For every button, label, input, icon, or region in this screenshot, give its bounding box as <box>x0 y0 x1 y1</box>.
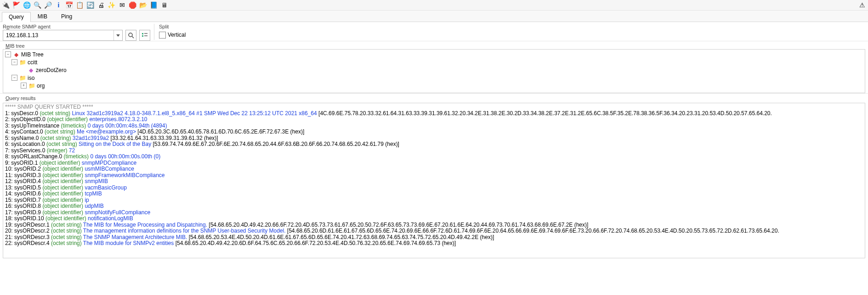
refresh-icon[interactable]: 🔄 <box>86 1 94 9</box>
result-line[interactable]: 20: sysORDescr.2 (octet string) The mana… <box>5 228 863 234</box>
remote-agent-combo[interactable] <box>3 30 123 41</box>
remote-agent-group: Remote SNMP agent <box>3 24 150 41</box>
result-line[interactable]: 4: sysContact.0 (octet string) Me <me@ex… <box>5 129 863 135</box>
wand-icon[interactable]: ✨ <box>108 1 115 9</box>
result-line[interactable]: 1: sysDescr.0 (octet string) Linux 32ad1… <box>5 111 863 117</box>
tab-row: QueryMIBPing <box>0 11 868 22</box>
result-line[interactable]: 8: sysORLastChange.0 (timeticks) 0 days … <box>5 154 863 160</box>
folder-icon: 📁 <box>19 59 26 66</box>
result-line[interactable]: 17: sysORID.9 (object identifier) snmpNo… <box>5 210 863 216</box>
svg-rect-5 <box>144 35 148 36</box>
mail-icon[interactable]: ✉ <box>118 1 126 9</box>
magnify-icon[interactable]: 🔎 <box>44 1 52 9</box>
vertical-label: Vertical <box>168 32 186 38</box>
folder-icon: 📁 <box>19 75 26 81</box>
tree-root-label: MIB Tree <box>21 51 44 58</box>
result-line[interactable]: 21: sysORDescr.3 (octet string) The SNMP… <box>5 234 863 241</box>
result-line[interactable]: 5: sysName.0 (octet string) 32ad1c3919a2… <box>5 135 863 142</box>
agent-split-row: Remote SNMP agent Split Ve <box>0 22 868 41</box>
warning-icon[interactable]: ⚠ <box>858 1 866 9</box>
zoom-icon[interactable]: 🔍 <box>34 1 41 9</box>
expand-toggle[interactable]: − <box>5 51 11 57</box>
remote-agent-input[interactable] <box>3 31 113 40</box>
list-icon[interactable]: 📋 <box>76 1 84 9</box>
tree-root-icon: ◆ <box>12 51 20 58</box>
result-line[interactable]: 13: sysORID.5 (object identifier) vacmBa… <box>5 185 863 191</box>
tree-node-label: org <box>37 83 45 89</box>
tree-node-label: iso <box>28 75 34 81</box>
folder-icon: 📁 <box>28 83 35 89</box>
folder-icon[interactable]: 📂 <box>139 1 147 9</box>
query-results[interactable]: ***** SNMP QUERY STARTED ***** 1: sysDes… <box>3 103 865 258</box>
main-toolbar: 🔌 🚩 🌐 🔍 🔎 i 📅 📋 🔄 🖨 ✨ ✉ 🛑 📂 📘 🖥 ⚠ <box>0 0 868 11</box>
result-line[interactable]: 16: sysORID.8 (object identifier) udpMIB <box>5 203 863 210</box>
tab-ping[interactable]: Ping <box>54 11 79 22</box>
globe-icon[interactable]: 🌐 <box>23 1 31 9</box>
split-label: Split <box>159 24 186 30</box>
print-icon[interactable]: 🖨 <box>97 1 105 9</box>
expand-toggle[interactable]: − <box>11 75 17 81</box>
expand-toggle[interactable]: − <box>11 59 17 65</box>
tab-query[interactable]: Query <box>2 12 31 22</box>
tree-node[interactable]: −📁iso <box>5 74 863 82</box>
mib-tree[interactable]: − ◆ MIB Tree −📁ccitt◆zeroDotZero−📁iso+📁o… <box>3 49 865 93</box>
info-icon[interactable]: i <box>55 1 62 9</box>
svg-line-1 <box>132 36 134 38</box>
result-line[interactable]: 11: sysORID.3 (object identifier) snmpFr… <box>5 173 863 179</box>
find-button[interactable] <box>125 30 136 41</box>
result-line[interactable]: 14: sysORID.6 (object identifier) tcpMIB <box>5 191 863 197</box>
svg-rect-3 <box>144 33 148 34</box>
remote-agent-label: Remote SNMP agent <box>3 24 150 30</box>
result-line[interactable]: 10: sysORID.2 (object identifier) usmMIB… <box>5 166 863 173</box>
leaf-icon: ◆ <box>27 67 34 73</box>
plug-icon[interactable]: 🔌 <box>2 1 10 9</box>
result-line[interactable]: 22: sysORDescr.4 (octet string) The MIB … <box>5 240 863 247</box>
result-line[interactable]: 2: sysObjectID.0 (object identifier) ent… <box>5 117 863 123</box>
result-line[interactable]: 18: sysORID.10 (object identifier) notif… <box>5 216 863 222</box>
tree-node-label: ccitt <box>28 59 37 66</box>
split-group: Split Vertical <box>154 24 186 40</box>
tree-node-label: zeroDotZero <box>36 67 67 73</box>
result-line[interactable]: 9: sysORID.1 (object identifier) snmpMPD… <box>5 160 863 167</box>
result-line[interactable]: 7: sysServices.0 (integer) 72 <box>5 148 863 154</box>
result-line[interactable]: 6: sysLocation.0 (octet string) Sitting … <box>5 141 863 148</box>
tree-node[interactable]: ◆zeroDotZero <box>5 66 863 74</box>
query-results-label: Query results <box>0 93 868 101</box>
svg-rect-4 <box>142 35 143 37</box>
tree-node[interactable]: +📁org <box>5 82 863 89</box>
exit-icon[interactable]: 🖥 <box>160 1 168 9</box>
tab-mib[interactable]: MIB <box>31 11 54 22</box>
tree-node[interactable]: −📁ccitt <box>5 58 863 66</box>
flag-icon[interactable]: 🚩 <box>12 1 20 9</box>
svg-rect-2 <box>142 33 143 34</box>
expand-toggle[interactable]: + <box>21 83 27 89</box>
result-line[interactable]: 12: sysORID.4 (object identifier) snmpMI… <box>5 178 863 185</box>
vertical-checkbox[interactable] <box>159 32 166 39</box>
calendar-icon[interactable]: 📅 <box>65 1 73 9</box>
result-line[interactable]: 15: sysORID.7 (object identifier) ip <box>5 197 863 204</box>
query-header: ***** SNMP QUERY STARTED ***** <box>5 104 863 111</box>
mib-tree-label: MIB tree <box>0 41 868 49</box>
result-line[interactable]: 19: sysORDescr.1 (octet string) The MIB … <box>5 222 863 228</box>
stop-icon[interactable]: 🛑 <box>129 1 136 9</box>
tree-options-button[interactable] <box>139 30 150 41</box>
tree-root[interactable]: − ◆ MIB Tree <box>5 50 863 58</box>
remote-agent-dropdown[interactable] <box>113 30 122 40</box>
result-line[interactable]: 3: sysUpTimeInstance (timeticks) 0 days … <box>5 123 863 129</box>
book-icon[interactable]: 📘 <box>150 1 158 9</box>
svg-point-0 <box>129 33 132 37</box>
